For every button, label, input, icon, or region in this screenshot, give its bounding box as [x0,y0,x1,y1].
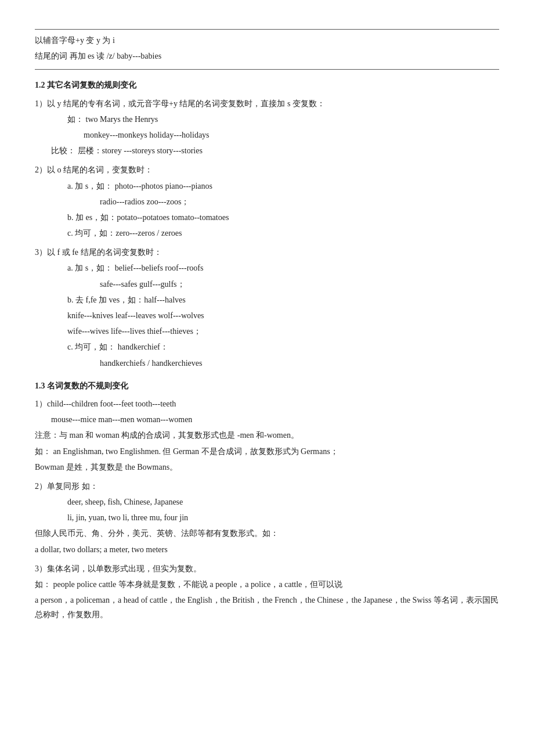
section-13-title: 1.3 名词复数的不规则变化 [35,379,499,393]
section-13: 1.3 名词复数的不规则变化 1）child---children foot--… [35,379,499,622]
rule-3a-ex: safe---safes gulf---gulfs； [35,277,499,291]
rule-2b: b. 加 es，如：potato--potatoes tomato--tomat… [35,210,499,225]
section-12-title: 1.2 其它名词复数的规则变化 [35,78,499,92]
irr-1-note3: Bowman 是姓，其复数是 the Bowmans。 [35,460,499,474]
bottom-divider [35,69,499,70]
irr-1-note2: 如： an Englishman, two Englishmen. 但 Germ… [35,444,499,459]
rule-2a: a. 加 s，如： photo---photos piano---pianos [35,179,499,193]
rule-1-ex1: 如： two Marys the Henrys [35,112,499,127]
irr-1: 1）child---children foot---feet tooth---t… [35,397,499,411]
irr-2-note2: a dollar, two dollars; a meter, two mete… [35,542,499,557]
irr-3-note1: 如： people police cattle 等本身就是复数，不能说 a pe… [35,577,499,592]
rule-1-ex2: monkey---monkeys holiday---holidays [35,128,499,142]
irr-rule-3: 3）集体名词，以单数形式出现，但实为复数。 如： people police c… [35,561,499,622]
rule-3a: a. 加 s，如： belief---beliefs roof---roofs [35,261,499,275]
top-divider [35,29,499,30]
rule-1-compare: 比较： 层楼：storey ---storeys story---stories [35,143,499,158]
rule-3b-ex2: wife---wives life---lives thief---thieve… [35,324,499,339]
irr-1-ex: mouse---mice man---men woman---women [35,412,499,427]
section-12: 1.2 其它名词复数的规则变化 1）以 y 结尾的专有名词，或元音字母+y 结尾… [35,78,499,370]
irr-rule-2: 2）单复同形 如： deer, sheep, fish, Chinese, Ja… [35,479,499,557]
page-content: 以辅音字母+y 变 y 为 i 结尾的词 再加 es 读 /z/ baby---… [35,29,499,622]
irr-rule-1: 1）child---children foot---feet tooth---t… [35,397,499,474]
irr-2-note: 但除人民币元、角、分外，美元、英镑、法郎等都有复数形式。如： [35,526,499,541]
rule-3-title: 3）以 f 或 fe 结尾的名词变复数时： [35,245,499,260]
rule-3: 3）以 f 或 fe 结尾的名词变复数时： a. 加 s，如： belief--… [35,245,499,370]
divider-note-1: 以辅音字母+y 变 y 为 i [35,33,499,48]
rule-3b: b. 去 f,fe 加 ves，如：half---halves [35,293,499,307]
rule-2c: c. 均可，如：zero---zeros / zeroes [35,226,499,240]
irr-3-title: 3）集体名词，以单数形式出现，但实为复数。 [35,561,499,576]
rule-3c: c. 均可，如： handkerchief： [35,340,499,354]
rule-3c-ex: handkerchiefs / handkerchieves [35,356,499,370]
irr-3-note2: a person，a policeman，a head of cattle，th… [35,593,499,622]
irr-2-ex1: deer, sheep, fish, Chinese, Japanese [35,495,499,509]
irr-1-note: 注意：与 man 和 woman 构成的合成词，其复数形式也是 -men 和-w… [35,428,499,442]
divider-notes: 以辅音字母+y 变 y 为 i 结尾的词 再加 es 读 /z/ baby---… [35,33,499,63]
rule-1: 1）以 y 结尾的专有名词，或元音字母+y 结尾的名词变复数时，直接加 s 变复… [35,96,499,159]
rule-3b-ex1: knife---knives leaf---leaves wolf---wolv… [35,308,499,323]
rule-2a-ex: radio---radios zoo---zoos； [35,195,499,209]
rule-1-title: 1）以 y 结尾的专有名词，或元音字母+y 结尾的名词变复数时，直接加 s 变复… [35,96,499,111]
irr-2-title: 2）单复同形 如： [35,479,499,494]
divider-note-2: 结尾的词 再加 es 读 /z/ baby---babies [35,49,499,63]
rule-2-title: 2）以 o 结尾的名词，变复数时： [35,163,499,177]
rule-2: 2）以 o 结尾的名词，变复数时： a. 加 s，如： photo---phot… [35,163,499,240]
irr-2-ex2: li, jin, yuan, two li, three mu, four ji… [35,510,499,525]
